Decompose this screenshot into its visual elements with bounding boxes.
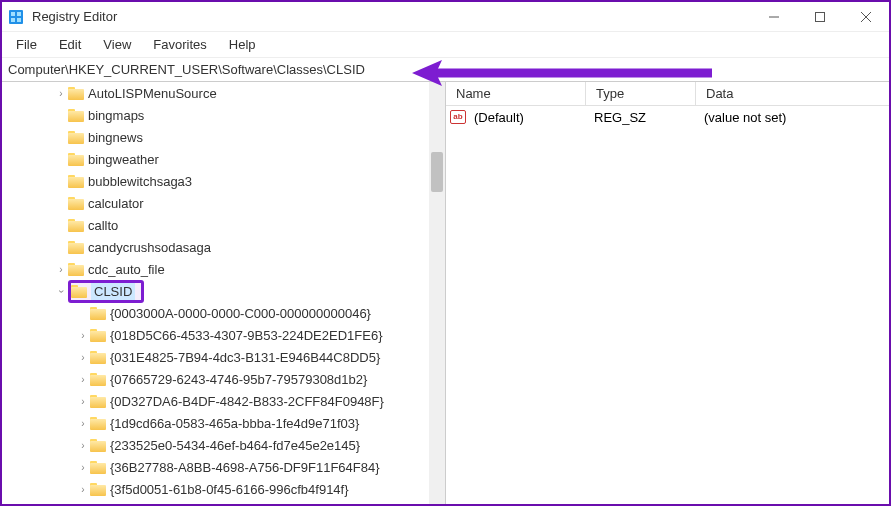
menu-help[interactable]: Help (219, 34, 266, 55)
folder-icon (90, 461, 106, 474)
tree-item-label: CLSID (91, 283, 135, 300)
expander-icon[interactable]: › (76, 352, 90, 363)
list-pane: Name Type Data ab (Default) REG_SZ (valu… (446, 82, 889, 504)
col-name[interactable]: Name (446, 82, 586, 105)
minimize-button[interactable] (751, 2, 797, 32)
tree-item[interactable]: ›{018D5C66-4533-4307-9B53-224DE2ED1FE6} (2, 324, 445, 346)
expander-icon[interactable]: › (76, 374, 90, 385)
scroll-thumb[interactable] (431, 152, 443, 192)
folder-icon (90, 439, 106, 452)
tree-item-label: calculator (88, 196, 144, 211)
tree-item-label: {3f5d0051-61b8-0f45-6166-996cfb4f914f} (110, 482, 349, 497)
tree-item[interactable]: calculator (2, 192, 445, 214)
expander-icon[interactable]: › (76, 330, 90, 341)
list-row[interactable]: ab (Default) REG_SZ (value not set) (446, 106, 889, 128)
tree-item-label: bingnews (88, 130, 143, 145)
tree-scrollbar[interactable] (429, 82, 445, 504)
address-bar[interactable]: Computer\HKEY_CURRENT_USER\Software\Clas… (2, 58, 889, 82)
tree-item[interactable]: callto (2, 214, 445, 236)
folder-icon (90, 417, 106, 430)
tree-item-label: cdc_auto_file (88, 262, 165, 277)
folder-icon (68, 131, 84, 144)
value-name: (Default) (470, 110, 590, 125)
folder-icon (68, 87, 84, 100)
folder-icon (90, 373, 106, 386)
window-title: Registry Editor (32, 9, 751, 24)
tree-item[interactable]: bubblewitchsaga3 (2, 170, 445, 192)
value-data: (value not set) (700, 110, 889, 125)
folder-icon (90, 329, 106, 342)
menu-view[interactable]: View (93, 34, 141, 55)
maximize-button[interactable] (797, 2, 843, 32)
folder-icon (68, 197, 84, 210)
tree-item-label: AutoLISPMenuSource (88, 86, 217, 101)
tree-item-label: bingweather (88, 152, 159, 167)
tree-item-label: {0003000A-0000-0000-C000-000000000046} (110, 306, 371, 321)
tree-item[interactable]: ›cdc_auto_file (2, 258, 445, 280)
tree-item[interactable]: bingmaps (2, 104, 445, 126)
tree-item-selected[interactable]: ›CLSID (2, 280, 445, 302)
menu-bar: File Edit View Favorites Help (2, 32, 889, 58)
menu-edit[interactable]: Edit (49, 34, 91, 55)
folder-icon (90, 351, 106, 364)
tree-item[interactable]: ›{031E4825-7B94-4dc3-B131-E946B44C8DD5} (2, 346, 445, 368)
app-icon (8, 9, 24, 25)
expander-icon[interactable]: › (76, 396, 90, 407)
expander-icon[interactable]: › (76, 484, 90, 495)
tree-item-label: {031E4825-7B94-4dc3-B131-E946B44C8DD5} (110, 350, 380, 365)
menu-favorites[interactable]: Favorites (143, 34, 216, 55)
folder-icon (90, 307, 106, 320)
folder-icon (68, 241, 84, 254)
close-button[interactable] (843, 2, 889, 32)
tree-pane: ›AutoLISPMenuSourcebingmapsbingnewsbingw… (2, 82, 446, 504)
col-type[interactable]: Type (586, 82, 696, 105)
tree-item-label: candycrushsodasaga (88, 240, 211, 255)
tree-item-label: {0D327DA6-B4DF-4842-B833-2CFF84F0948F} (110, 394, 384, 409)
title-bar: Registry Editor (2, 2, 889, 32)
folder-icon (68, 175, 84, 188)
value-type: REG_SZ (590, 110, 700, 125)
svg-rect-6 (816, 12, 825, 21)
tree-item-label: bubblewitchsaga3 (88, 174, 192, 189)
tree-item[interactable]: ›AutoLISPMenuSource (2, 82, 445, 104)
reg-string-icon: ab (450, 110, 466, 124)
svg-rect-4 (17, 18, 21, 22)
tree-item-label: {1d9cd66a-0583-465a-bbba-1fe4d9e71f03} (110, 416, 359, 431)
expander-icon[interactable]: › (76, 462, 90, 473)
tree-item[interactable]: ›{36B27788-A8BB-4698-A756-DF9F11F64F84} (2, 456, 445, 478)
folder-icon (90, 483, 106, 496)
svg-rect-2 (17, 12, 21, 16)
tree-item[interactable]: ›{0D327DA6-B4DF-4842-B833-2CFF84F0948F} (2, 390, 445, 412)
tree-item[interactable]: ›{233525e0-5434-46ef-b464-fd7e45e2e145} (2, 434, 445, 456)
tree-item-label: bingmaps (88, 108, 144, 123)
tree-item-label: {018D5C66-4533-4307-9B53-224DE2ED1FE6} (110, 328, 382, 343)
tree-item[interactable]: {0003000A-0000-0000-C000-000000000046} (2, 302, 445, 324)
tree-item-label: {36B27788-A8BB-4698-A756-DF9F11F64F84} (110, 460, 380, 475)
main-area: ›AutoLISPMenuSourcebingmapsbingnewsbingw… (2, 82, 889, 504)
tree-item-label: {233525e0-5434-46ef-b464-fd7e45e2e145} (110, 438, 360, 453)
tree-item[interactable]: ›{1d9cd66a-0583-465a-bbba-1fe4d9e71f03} (2, 412, 445, 434)
tree-item[interactable]: bingnews (2, 126, 445, 148)
expander-icon[interactable]: › (54, 264, 68, 275)
tree-item[interactable]: ›{3f5d0051-61b8-0f45-6166-996cfb4f914f} (2, 478, 445, 500)
folder-icon (90, 395, 106, 408)
address-text: Computer\HKEY_CURRENT_USER\Software\Clas… (8, 62, 365, 77)
expander-icon[interactable]: › (56, 284, 67, 298)
folder-icon (68, 109, 84, 122)
menu-file[interactable]: File (6, 34, 47, 55)
svg-rect-1 (11, 12, 15, 16)
folder-icon (71, 285, 87, 298)
folder-icon (68, 153, 84, 166)
svg-rect-3 (11, 18, 15, 22)
expander-icon[interactable]: › (54, 88, 68, 99)
expander-icon[interactable]: › (76, 418, 90, 429)
folder-icon (68, 219, 84, 232)
tree-item-label: {07665729-6243-4746-95b7-79579308d1b2} (110, 372, 367, 387)
expander-icon[interactable]: › (76, 440, 90, 451)
selection-highlight: CLSID (68, 280, 144, 303)
tree-item[interactable]: candycrushsodasaga (2, 236, 445, 258)
folder-icon (68, 263, 84, 276)
tree-item[interactable]: bingweather (2, 148, 445, 170)
col-data[interactable]: Data (696, 82, 889, 105)
tree-item[interactable]: ›{07665729-6243-4746-95b7-79579308d1b2} (2, 368, 445, 390)
